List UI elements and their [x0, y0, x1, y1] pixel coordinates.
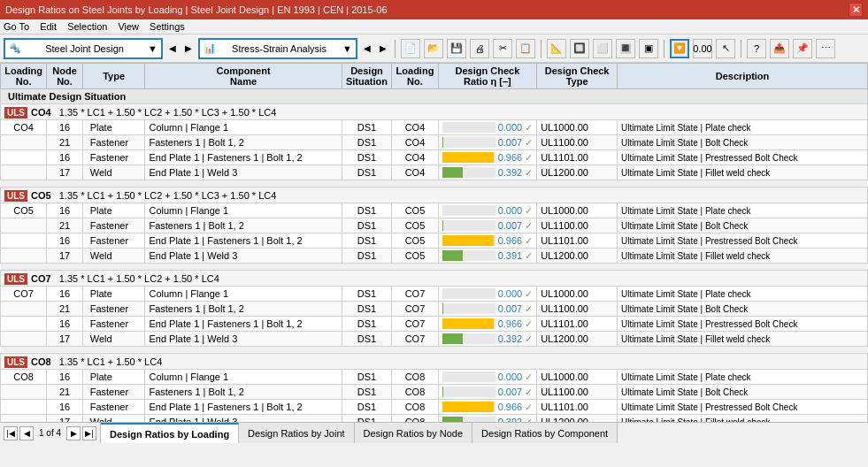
- first-page-btn[interactable]: |◀: [4, 426, 18, 440]
- cell-ratio: 0.007✓: [438, 218, 537, 234]
- menu-settings[interactable]: Settings: [150, 21, 185, 32]
- table-row: CO416PlateColumn | Flange 1DS1CO40.000✓U…: [1, 120, 868, 135]
- toolbar-btn-view3[interactable]: ⬜: [593, 39, 612, 58]
- sep3: [664, 40, 664, 57]
- cell-node-no: 17: [47, 332, 82, 347]
- next-page-btn[interactable]: ▶: [66, 426, 81, 440]
- toolbar-btn-help[interactable]: ?: [747, 39, 766, 58]
- toolbar-btn-export[interactable]: 📤: [770, 39, 789, 58]
- cell-type: Plate: [82, 203, 145, 218]
- next-analysis-btn[interactable]: ▶: [377, 42, 389, 54]
- window-title: Design Ratios on Steel Joints by Loading…: [5, 4, 388, 15]
- menu-selection[interactable]: Selection: [67, 21, 107, 32]
- cell-comp-name: End Plate 1 | Weld 3: [145, 332, 342, 347]
- prev-analysis-btn[interactable]: ◀: [361, 42, 373, 54]
- col-comp-name: ComponentName: [145, 64, 342, 89]
- cell-ratio: 0.007✓: [438, 135, 537, 150]
- cell-loading-no: [1, 135, 47, 150]
- data-table: LoadingNo. NodeNo. Type ComponentName De…: [0, 63, 868, 422]
- cell-comp-name: End Plate 1 | Fasteners 1 | Bolt 1, 2: [145, 234, 342, 249]
- cell-comp-name: Column | Flange 1: [145, 370, 342, 385]
- chevron-down-icon-2: ▼: [342, 43, 352, 54]
- cell-ratio: 0.966✓: [438, 400, 537, 415]
- cell-check-type: UL1200.00: [537, 332, 618, 347]
- tab-joint[interactable]: Design Ratios by Joint: [239, 423, 354, 443]
- check-icon: ✓: [525, 318, 533, 330]
- cell-check-type: UL1200.00: [537, 249, 618, 264]
- toolbar-btn-save[interactable]: 💾: [447, 39, 466, 58]
- cell-node-no: 16: [47, 234, 82, 249]
- tab-loading[interactable]: Design Ratios by Loading: [101, 423, 239, 443]
- toolbar-btn-view2[interactable]: 🔲: [570, 39, 589, 58]
- toolbar-btn-cursor[interactable]: ↖: [716, 39, 735, 58]
- toolbar-btn-more[interactable]: ⋯: [816, 39, 835, 58]
- cell-type: Fastener: [82, 317, 145, 332]
- check-icon: ✓: [525, 205, 533, 217]
- cell-check-type: UL1101.00: [537, 150, 618, 165]
- cell-loading-no: CO8: [1, 370, 47, 385]
- check-icon: ✓: [525, 220, 533, 232]
- cell-check-type: UL1200.00: [537, 415, 618, 423]
- cell-type: Plate: [82, 120, 145, 135]
- menu-edit[interactable]: Edit: [40, 21, 57, 32]
- ratio-value: 0.392: [498, 333, 523, 344]
- cell-design-sit: DS1: [342, 249, 392, 264]
- toolbar-btn-open[interactable]: 📂: [424, 39, 443, 58]
- cell-description: Ultimate Limit State | Plate check: [618, 287, 868, 302]
- ratio-value: 0.007: [498, 303, 523, 314]
- toolbar-btn-pin[interactable]: 📌: [793, 39, 812, 58]
- table-row: 17WeldEnd Plate 1 | Weld 3DS1CO70.392✓UL…: [1, 332, 868, 347]
- table-row: CO716PlateColumn | Flange 1DS1CO70.000✓U…: [1, 287, 868, 302]
- toolbar-btn-view1[interactable]: 📐: [547, 39, 566, 58]
- spacer-row: [1, 180, 868, 188]
- cell-loading-no2: CO7: [392, 332, 438, 347]
- cell-comp-name: End Plate 1 | Weld 3: [145, 415, 342, 423]
- toolbar-btn-num[interactable]: 0.00: [693, 39, 712, 58]
- sep1: [395, 40, 396, 57]
- cell-type: Fastener: [82, 385, 145, 400]
- toolbar-btn-print[interactable]: 🖨: [470, 39, 489, 58]
- toolbar-btn-view4[interactable]: 🔳: [616, 39, 635, 58]
- tab-node[interactable]: Design Ratios by Node: [355, 423, 473, 443]
- check-icon: ✓: [525, 371, 533, 383]
- cell-type: Weld: [82, 332, 145, 347]
- ratio-value: 0.000: [498, 371, 523, 382]
- prev-page-btn[interactable]: ◀: [19, 426, 34, 440]
- menu-view[interactable]: View: [118, 21, 139, 32]
- analysis-dropdown[interactable]: 📊 Stress-Strain Analysis ▼: [198, 38, 357, 59]
- menu-goto[interactable]: Go To: [4, 21, 29, 32]
- col-check-type: Design CheckType: [537, 64, 618, 89]
- cell-comp-name: Fasteners 1 | Bolt 1, 2: [145, 385, 342, 400]
- cell-type: Fastener: [82, 302, 145, 317]
- cell-ratio: 0.392✓: [438, 415, 537, 423]
- filter-btn[interactable]: 🔽: [670, 39, 689, 58]
- ratio-value: 0.966: [498, 318, 523, 329]
- cell-description: Ultimate Limit State | Bolt Check: [618, 385, 868, 400]
- ratio-value: 0.966: [498, 402, 523, 412]
- toolbar-btn-new[interactable]: 📄: [401, 39, 420, 58]
- cell-ratio: 0.966✓: [438, 234, 537, 249]
- cell-description: Ultimate Limit State | Fillet weld check: [618, 332, 868, 347]
- cell-check-type: UL1100.00: [537, 135, 618, 150]
- spacer-row: [1, 264, 868, 271]
- cell-node-no: 16: [47, 150, 82, 165]
- group-header-CO5: ULSCO5 1.35 * LC1 + 1.50 * LC2 + 1.50 * …: [1, 188, 868, 203]
- next-module-btn[interactable]: ▶: [182, 42, 195, 54]
- cell-loading-no2: CO4: [392, 165, 438, 180]
- prev-module-btn[interactable]: ◀: [166, 42, 179, 54]
- ratio-value: 0.000: [498, 122, 523, 133]
- cell-node-no: 16: [47, 370, 82, 385]
- toolbar-btn-copy[interactable]: 📋: [516, 39, 535, 58]
- cell-description: Ultimate Limit State | Bolt Check: [618, 302, 868, 317]
- cell-loading-no: [1, 234, 47, 249]
- module-dropdown[interactable]: 🔩 Steel Joint Design ▼: [4, 38, 163, 59]
- close-button[interactable]: ✕: [849, 3, 863, 17]
- toolbar-btn-cut[interactable]: ✂: [493, 39, 512, 58]
- tab-component[interactable]: Design Ratios by Component: [472, 423, 618, 443]
- check-icon: ✓: [525, 122, 533, 134]
- cell-design-sit: DS1: [342, 120, 392, 135]
- cell-node-no: 16: [47, 120, 82, 135]
- last-page-btn[interactable]: ▶|: [82, 426, 96, 440]
- cell-loading-no2: CO8: [392, 385, 438, 400]
- toolbar-btn-view5[interactable]: ▣: [639, 39, 658, 58]
